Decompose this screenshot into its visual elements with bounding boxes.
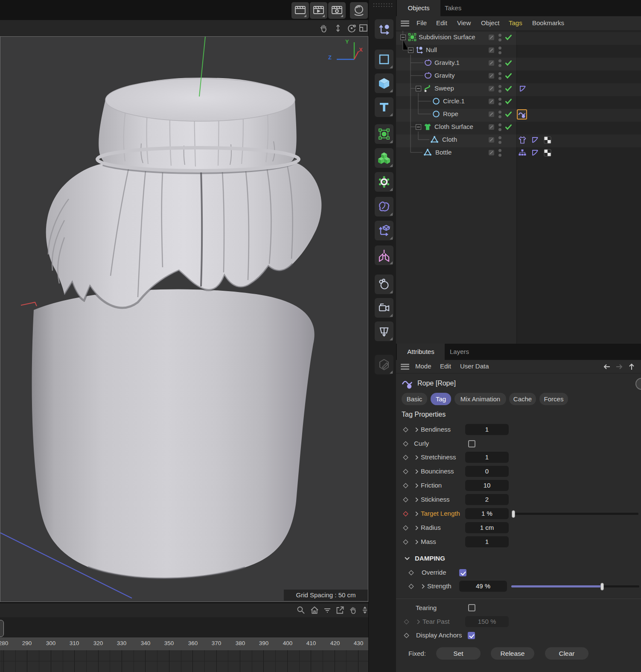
simulation-button[interactable] [375, 172, 393, 192]
layer-icon[interactable] [488, 149, 495, 156]
tree-label[interactable]: Bottle [435, 146, 452, 159]
timeline-popout-icon[interactable] [335, 605, 345, 615]
axis-modify-button[interactable] [375, 221, 393, 240]
enabled-check-icon[interactable] [505, 123, 512, 131]
layer-icon[interactable] [488, 85, 495, 92]
expand-chevron[interactable] [414, 468, 420, 475]
stretchiness-field[interactable]: 1 [465, 452, 509, 463]
objects-menu-icon[interactable] [401, 20, 409, 26]
prop-label-mass[interactable]: Mass [421, 536, 436, 547]
layer-icon[interactable] [488, 137, 495, 143]
fixed-set-button[interactable]: Set [436, 647, 481, 660]
enabled-check-icon[interactable] [505, 34, 512, 41]
tearing-checkbox[interactable] [468, 604, 475, 611]
friction-field[interactable]: 10 [465, 480, 509, 491]
palette-grip-dots[interactable] [373, 2, 395, 8]
prop-label-friction[interactable]: Friction [421, 480, 442, 491]
tree-label[interactable]: Sweep [434, 82, 454, 95]
prop-label-bendiness[interactable]: Bendiness [421, 424, 451, 435]
display-anchors-checkbox[interactable] [468, 632, 475, 639]
tree-label[interactable]: Cloth Surface [434, 120, 473, 133]
radius-field[interactable]: 1 cm [465, 522, 509, 533]
prop-label-stretchiness[interactable]: Stretchiness [421, 452, 456, 463]
curly-checkbox[interactable] [468, 440, 475, 447]
tree-label[interactable]: Circle.1 [443, 95, 465, 108]
collapse-toggle[interactable] [416, 124, 421, 130]
layer-icon[interactable] [488, 60, 495, 66]
visibility-dots[interactable] [498, 34, 502, 43]
prop-label-override[interactable]: Override [422, 567, 446, 578]
tab-attributes[interactable]: Attributes [397, 344, 445, 360]
layer-icon[interactable] [488, 73, 495, 79]
target-length-slider[interactable] [512, 513, 638, 515]
timeline-marker-partial[interactable] [0, 620, 4, 637]
keyframe-diamond[interactable] [403, 632, 410, 639]
expand-chevron[interactable] [414, 482, 420, 489]
prop-label-bounciness[interactable]: Bounciness [421, 466, 454, 477]
override-checkbox[interactable] [459, 569, 466, 576]
tab-takes[interactable]: Takes [445, 0, 461, 16]
keyframe-diamond[interactable] [402, 539, 409, 545]
rectangle-selection-button[interactable] [375, 50, 393, 69]
keyframe-diamond[interactable] [402, 454, 409, 461]
expand-chevron[interactable] [414, 497, 420, 503]
expand-chevron[interactable] [414, 427, 420, 433]
collapse-toggle[interactable] [408, 47, 414, 53]
texture-tag-icon[interactable] [544, 136, 551, 144]
tab-layers[interactable]: Layers [450, 344, 469, 360]
enabled-check-icon[interactable] [505, 59, 512, 67]
attributes-menu-edit[interactable]: Edit [440, 362, 451, 370]
attributes-menu-icon[interactable] [401, 364, 409, 370]
expand-chevron[interactable] [414, 454, 420, 461]
mass-field[interactable]: 1 [465, 536, 509, 547]
objects-menu-file[interactable]: File [417, 19, 427, 26]
camera-button[interactable] [375, 298, 393, 318]
keyframe-diamond[interactable] [402, 427, 409, 433]
environment-button[interactable] [375, 275, 393, 294]
layer-icon[interactable] [488, 47, 495, 53]
cloth-tag-icon[interactable] [518, 136, 527, 144]
stage-button[interactable] [375, 321, 393, 341]
render-settings-button[interactable] [328, 2, 346, 19]
polygon-selection-tag-icon[interactable] [518, 149, 527, 157]
objects-menu-edit[interactable]: Edit [436, 19, 447, 26]
keyframe-diamond-active[interactable] [402, 511, 409, 517]
target-length-field[interactable]: 1 % [465, 508, 509, 519]
timeline-grid[interactable] [0, 650, 368, 672]
keyframe-diamond[interactable] [408, 583, 414, 590]
tree-label[interactable]: Subdivision Surface [419, 31, 475, 44]
visibility-dots[interactable] [498, 47, 502, 56]
volume-builder-button[interactable] [375, 148, 393, 168]
group-title[interactable]: Tag Properties [402, 411, 446, 418]
objects-menu-tags[interactable]: Tags [509, 19, 522, 26]
timeline-home-icon[interactable] [309, 605, 320, 615]
enabled-check-icon[interactable] [505, 111, 512, 118]
fixed-clear-button[interactable]: Clear [545, 647, 589, 660]
timeline-ruler[interactable]: 280 290 300 310 320 330 340 350 360 370 … [0, 637, 368, 650]
visibility-dots[interactable] [498, 111, 502, 120]
phong-tag-icon[interactable] [531, 149, 539, 157]
viewport-3d[interactable]: Y X Z [0, 36, 368, 602]
viewport-pan-icon[interactable] [318, 23, 329, 34]
enabled-check-icon[interactable] [505, 98, 512, 105]
move-tool-button[interactable] [375, 19, 393, 39]
layer-icon[interactable] [488, 98, 495, 105]
expand-chevron[interactable] [420, 583, 426, 590]
tab-basic[interactable]: Basic [402, 393, 427, 405]
render-view-button[interactable] [291, 2, 309, 19]
spline-dynamics-tag-selected[interactable] [517, 109, 527, 120]
expand-chevron[interactable] [414, 539, 420, 545]
expand-chevron[interactable] [414, 525, 420, 531]
viewport-zoom-icon[interactable] [332, 23, 344, 34]
visibility-dots[interactable] [498, 98, 502, 107]
collapse-toggle[interactable] [416, 86, 421, 91]
damping-section-title[interactable]: DAMPING [415, 555, 445, 562]
visibility-dots[interactable] [498, 136, 502, 146]
tab-forces[interactable]: Forces [539, 393, 568, 405]
visibility-dots[interactable] [498, 85, 502, 94]
visibility-dots[interactable] [498, 59, 502, 69]
strength-slider[interactable] [511, 585, 639, 587]
tree-label[interactable]: Rope [443, 108, 458, 120]
objects-menu-object[interactable]: Object [481, 19, 499, 26]
subdivision-surface-button[interactable] [375, 124, 393, 144]
